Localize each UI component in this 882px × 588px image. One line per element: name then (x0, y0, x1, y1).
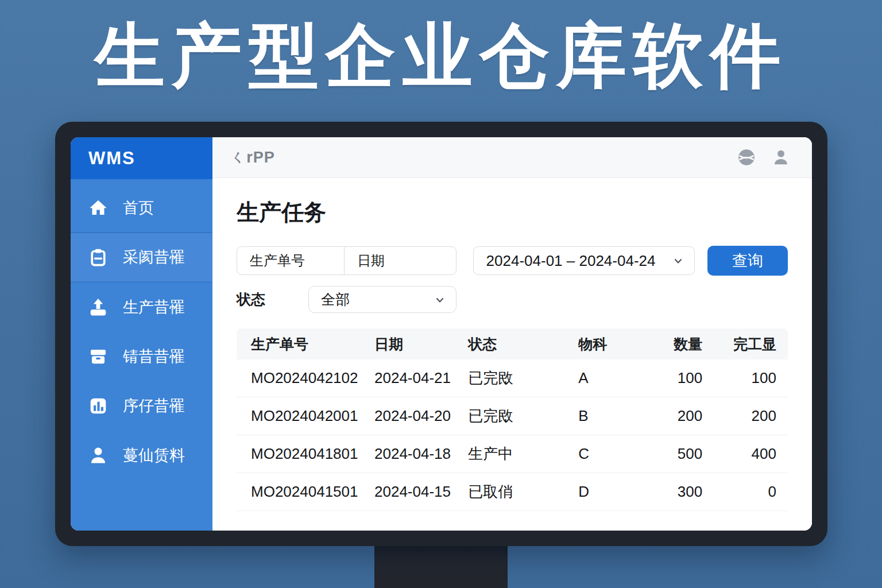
cell-order-no: MO2024042001 (237, 407, 374, 425)
col-material: 物科 (578, 335, 650, 354)
cell-material: C (578, 445, 650, 463)
col-order-no: 生产单号 (237, 335, 374, 354)
col-quantity: 数量 (650, 335, 716, 354)
cell-material: D (578, 483, 650, 501)
cell-quantity: 500 (650, 445, 716, 463)
sidebar-item-home[interactable]: 首页 (71, 184, 212, 233)
filter-row: 生产单号 日期 2024-04-01 – 2024-04-24 查询 (237, 246, 788, 276)
app-brand: WMS (71, 137, 212, 179)
home-icon (88, 198, 109, 218)
date-input[interactable]: 日期 (344, 247, 456, 274)
table-row: MO2024042001 2024-04-20 已完敃 B 200 200 (237, 397, 788, 435)
clipboard-icon (88, 247, 109, 268)
app-logo: ㄑrPP (230, 147, 275, 168)
bar-chart-icon (88, 396, 109, 416)
cell-completed: 200 (716, 407, 788, 425)
chevron-down-icon (433, 293, 447, 307)
globe-icon[interactable] (737, 148, 756, 167)
sidebar-item-basic-data[interactable]: 蔓仙赁料 (71, 431, 212, 480)
page-content: 生产任务 生产单号 日期 2024-04-01 – 2024-04-24 查询 (212, 178, 812, 511)
main-panel: ㄑrPP 生产任务 生产单号 (212, 137, 812, 531)
topbar-icons (737, 148, 790, 167)
topbar: ㄑrPP (212, 137, 812, 178)
cell-quantity: 100 (650, 369, 716, 387)
table-row: MO2024041801 2024-04-18 生产中 C 500 400 (237, 435, 788, 473)
cell-status: 生产中 (468, 444, 578, 464)
cell-status: 已完敃 (468, 406, 578, 426)
search-button[interactable]: 查询 (707, 246, 788, 276)
sidebar-item-sales[interactable]: 锖昔昔罹 (71, 332, 212, 381)
cell-completed: 100 (716, 369, 788, 387)
monitor-bezel: WMS 首页 采阂昔罹 (55, 122, 827, 546)
sidebar: WMS 首页 采阂昔罹 (71, 137, 212, 531)
table-row: MO2024042102 2024-04-21 已完敃 A 100 100 (237, 359, 788, 397)
cell-date: 2024-04-18 (374, 445, 468, 463)
cell-order-no: MO2024041501 (237, 483, 374, 501)
cell-order-no: MO2024042102 (237, 369, 374, 387)
sidebar-item-purchase[interactable]: 采阂昔罹 (71, 233, 212, 283)
col-completed: 完工显 (716, 335, 788, 354)
cell-material: A (578, 369, 650, 387)
table-row: MO2024041501 2024-04-15 已取俏 D 300 0 (237, 473, 788, 511)
app-window: WMS 首页 采阂昔罹 (71, 137, 812, 531)
chevron-down-icon (671, 254, 685, 268)
col-date: 日期 (374, 335, 468, 354)
sidebar-item-label: 锖昔昔罹 (123, 346, 185, 367)
col-status: 状态 (468, 335, 578, 354)
cell-quantity: 300 (650, 483, 716, 501)
cell-date: 2024-04-15 (374, 483, 468, 501)
status-filter-row: 状态 全部 (237, 286, 788, 313)
cell-status: 已完敃 (468, 368, 578, 388)
sidebar-item-label: 蔓仙赁料 (123, 445, 185, 466)
status-select[interactable]: 全部 (308, 286, 457, 313)
archive-icon (88, 346, 109, 367)
production-task-table: 生产单号 日期 状态 物科 数量 完工显 MO2024042102 2024-0… (237, 328, 788, 511)
cell-completed: 400 (716, 445, 788, 463)
filter-input-group: 生产单号 日期 (237, 246, 457, 275)
cell-order-no: MO2024041801 (237, 445, 374, 463)
status-select-value: 全部 (321, 290, 350, 309)
table-header-row: 生产单号 日期 状态 物科 数量 完工显 (237, 328, 788, 359)
sidebar-item-label: 生产昔罹 (123, 297, 185, 318)
sidebar-item-label: 采阂昔罹 (123, 247, 185, 268)
date-range-picker[interactable]: 2024-04-01 – 2024-04-24 (473, 246, 695, 275)
cell-quantity: 200 (650, 407, 716, 425)
sidebar-item-production[interactable]: 生产昔罹 (71, 283, 212, 332)
order-no-input[interactable]: 生产单号 (237, 247, 344, 274)
banner-title: 生产型企业仓库软件 (0, 17, 882, 94)
cell-date: 2024-04-20 (374, 407, 468, 425)
sidebar-item-label: 序仔昔罹 (123, 396, 185, 416)
user-icon[interactable] (772, 148, 790, 167)
monitor-stand (374, 544, 508, 588)
cell-status: 已取俏 (468, 482, 578, 502)
date-range-value: 2024-04-01 – 2024-04-24 (486, 252, 656, 270)
sidebar-item-label: 首页 (123, 198, 154, 218)
cell-completed: 0 (716, 483, 788, 501)
user-icon (88, 445, 109, 466)
cell-material: B (578, 407, 650, 425)
sidebar-item-inventory[interactable]: 序仔昔罹 (71, 381, 212, 431)
page-title: 生产任务 (237, 197, 788, 228)
upload-icon (88, 297, 109, 318)
cell-date: 2024-04-21 (374, 369, 468, 387)
sidebar-nav: 首页 采阂昔罹 (71, 179, 212, 480)
status-label: 状态 (237, 290, 308, 309)
